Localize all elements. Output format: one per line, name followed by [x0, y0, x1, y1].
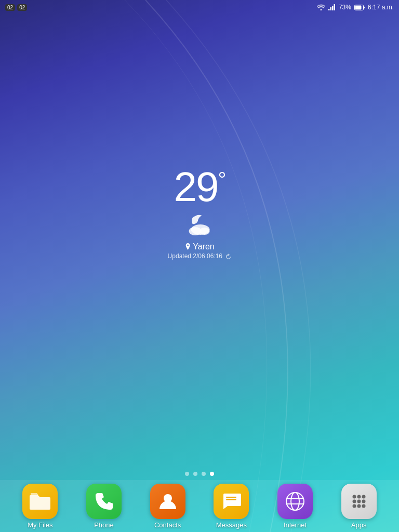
page-dot-3[interactable] — [202, 472, 206, 476]
page-dot-2[interactable] — [193, 472, 197, 476]
svg-rect-5 — [355, 5, 361, 9]
svg-point-11 — [291, 493, 299, 510]
dock-item-internet[interactable]: Internet — [272, 484, 318, 529]
apps-icon — [341, 484, 377, 519]
messages-icon — [214, 484, 249, 519]
my-files-icon — [22, 484, 58, 519]
battery-icon — [354, 5, 365, 10]
signal-icon — [328, 4, 336, 10]
dock-item-phone[interactable]: Phone — [81, 484, 127, 529]
status-left: 02 02 — [5, 4, 27, 11]
battery-percent: 73% — [339, 4, 351, 11]
internet-icon — [277, 484, 313, 519]
location-name: Yaren — [193, 242, 215, 251]
phone-label: Phone — [94, 521, 114, 529]
contacts-label: Contacts — [154, 521, 181, 529]
svg-rect-3 — [334, 4, 335, 10]
status-time: 6:17 a.m. — [368, 4, 394, 11]
page-indicators — [185, 472, 214, 476]
svg-rect-0 — [328, 9, 330, 10]
refresh-icon — [225, 254, 231, 260]
dock: My Files Phone Contacts Messages — [0, 480, 399, 532]
weather-updated: Updated 2/06 06:16 — [168, 252, 232, 260]
messages-label: Messages — [216, 521, 247, 529]
temperature-value: 29 — [174, 164, 218, 210]
svg-point-19 — [362, 499, 365, 503]
dock-item-my-files[interactable]: My Files — [17, 484, 63, 529]
wallpaper — [0, 0, 399, 532]
weather-location: Yaren — [168, 242, 232, 251]
svg-point-15 — [357, 495, 361, 498]
apps-label: Apps — [351, 521, 367, 529]
degree-symbol: ° — [218, 168, 225, 191]
svg-point-10 — [286, 493, 304, 510]
svg-point-21 — [357, 504, 361, 508]
svg-point-8 — [200, 228, 210, 235]
status-right: 73% 6:17 a.m. — [317, 4, 394, 11]
svg-point-22 — [362, 504, 365, 508]
dock-item-messages[interactable]: Messages — [208, 484, 255, 529]
svg-point-14 — [352, 495, 356, 498]
contacts-icon — [150, 484, 185, 519]
notification-icon-2: 02 — [17, 4, 27, 11]
dock-item-apps[interactable]: Apps — [336, 484, 382, 529]
dock-item-contacts[interactable]: Contacts — [144, 484, 191, 529]
svg-point-18 — [357, 499, 361, 503]
wifi-icon — [317, 4, 325, 10]
svg-point-17 — [352, 499, 356, 503]
status-bar: 02 02 73% 6:17 a.m. — [0, 0, 399, 15]
phone-icon — [86, 484, 122, 519]
svg-point-16 — [362, 495, 365, 498]
svg-rect-1 — [330, 7, 331, 10]
page-dot-1[interactable] — [185, 472, 189, 476]
svg-rect-2 — [332, 6, 334, 11]
weather-widget[interactable]: 29° Yaren Updated 2/06 06:16 — [168, 166, 232, 260]
weather-condition-icon — [184, 212, 215, 238]
svg-point-20 — [352, 504, 356, 508]
location-pin-icon — [184, 243, 191, 250]
notification-icon-1: 02 — [5, 4, 15, 11]
internet-label: Internet — [284, 521, 307, 529]
my-files-label: My Files — [28, 521, 52, 529]
page-dot-4[interactable] — [210, 472, 214, 476]
temperature-display: 29° — [168, 166, 232, 208]
